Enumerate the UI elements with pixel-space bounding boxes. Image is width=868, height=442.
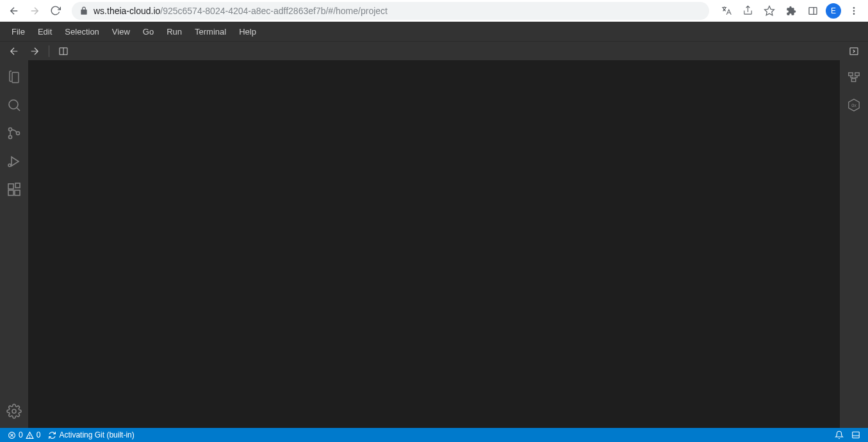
error-icon [8, 431, 16, 439]
status-right [832, 430, 863, 439]
hex-icon[interactable]: 0x [840, 91, 868, 119]
status-bell[interactable] [832, 430, 846, 439]
star-icon[interactable] [760, 2, 778, 20]
status-layout[interactable] [849, 430, 863, 439]
svg-point-11 [9, 128, 12, 131]
svg-marker-14 [12, 157, 19, 166]
ide-root: File Edit Selection View Go Run Terminal… [0, 22, 868, 442]
extensions-icon[interactable] [782, 2, 800, 20]
status-git[interactable]: Activating Git (built-in) [45, 430, 136, 439]
back-button[interactable] [5, 2, 23, 20]
side-panel-icon[interactable] [804, 2, 822, 20]
svg-rect-23 [851, 79, 855, 82]
svg-point-4 [853, 10, 855, 12]
editor-toolbar [0, 41, 868, 60]
svg-text:0x: 0x [851, 102, 856, 108]
menu-terminal[interactable]: Terminal [188, 22, 233, 41]
browser-actions: E [717, 2, 863, 20]
svg-rect-21 [849, 73, 853, 76]
svg-point-20 [12, 409, 16, 413]
run-debug-icon[interactable] [0, 147, 28, 176]
svg-point-30 [29, 437, 30, 438]
warnings-count: 0 [37, 430, 41, 439]
settings-icon[interactable] [0, 397, 28, 425]
menu-run[interactable]: Run [160, 22, 188, 41]
url-host: ws.theia-cloud.io [94, 6, 160, 16]
url-text: ws.theia-cloud.io/925c6574-8024-4204-a8e… [94, 6, 388, 16]
toolbar-separator [49, 45, 49, 57]
reload-button[interactable] [46, 2, 64, 20]
right-activity-bar: 0x [840, 60, 868, 428]
toggle-panel-button[interactable] [54, 42, 72, 60]
editor-area[interactable] [28, 60, 840, 428]
toolbar-left [5, 42, 72, 60]
toggle-right-panel-button[interactable] [845, 42, 863, 60]
svg-rect-1 [809, 7, 817, 14]
nav-forward-button[interactable] [26, 42, 44, 60]
svg-line-10 [17, 108, 20, 111]
sync-icon [48, 431, 56, 439]
svg-rect-16 [8, 184, 13, 189]
svg-rect-18 [15, 190, 20, 195]
menu-bar: File Edit Selection View Go Run Terminal… [0, 22, 868, 41]
lock-icon [79, 6, 88, 15]
svg-rect-17 [8, 190, 13, 195]
source-control-icon[interactable] [0, 119, 28, 147]
extensions-panel-icon[interactable] [0, 176, 28, 204]
address-bar[interactable]: ws.theia-cloud.io/925c6574-8024-4204-a8e… [72, 2, 709, 20]
profile-avatar[interactable]: E [826, 3, 841, 19]
menu-help[interactable]: Help [233, 22, 263, 41]
warning-icon [26, 431, 34, 439]
svg-point-3 [853, 7, 855, 9]
nav-back-button[interactable] [5, 42, 23, 60]
explorer-icon[interactable] [0, 63, 28, 91]
errors-count: 0 [19, 430, 23, 439]
svg-rect-8 [850, 47, 858, 54]
toolbar-right [845, 42, 863, 60]
svg-point-9 [9, 100, 18, 109]
outline-icon[interactable] [840, 63, 868, 91]
svg-point-12 [9, 136, 12, 139]
ide-body: 0x [0, 60, 868, 428]
share-icon[interactable] [739, 2, 757, 20]
svg-rect-19 [15, 183, 20, 188]
translate-icon[interactable] [717, 2, 735, 20]
status-problems[interactable]: 0 0 [5, 430, 43, 439]
git-status-text: Activating Git (built-in) [59, 430, 134, 439]
status-left: 0 0 Activating Git (built-in) [5, 430, 137, 439]
status-bar: 0 0 Activating Git (built-in) [0, 428, 868, 442]
menu-go[interactable]: Go [136, 22, 160, 41]
menu-edit[interactable]: Edit [31, 22, 58, 41]
svg-point-5 [853, 13, 855, 15]
search-icon[interactable] [0, 91, 28, 119]
menu-file[interactable]: File [5, 22, 31, 41]
url-path: /925c6574-8024-4204-a8ec-adff2863ef7b/#/… [160, 6, 388, 16]
svg-rect-22 [855, 73, 859, 76]
forward-button[interactable] [26, 2, 44, 20]
menu-view[interactable]: View [106, 22, 136, 41]
svg-marker-0 [765, 6, 774, 15]
menu-selection[interactable]: Selection [58, 22, 105, 41]
svg-rect-31 [853, 432, 860, 438]
browser-toolbar: ws.theia-cloud.io/925c6574-8024-4204-a8e… [0, 0, 868, 22]
avatar-letter: E [831, 6, 836, 15]
activity-bar [0, 60, 28, 428]
browser-menu-icon[interactable] [845, 2, 863, 20]
svg-point-15 [8, 164, 11, 167]
